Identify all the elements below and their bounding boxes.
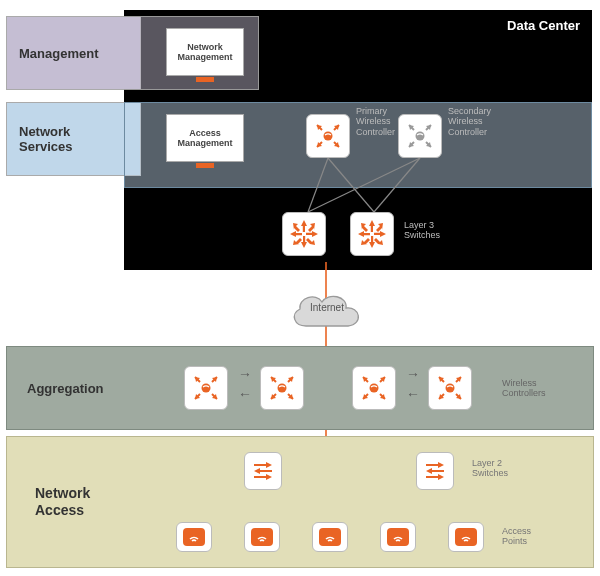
svg-point-46 bbox=[202, 384, 211, 393]
secondary-wireless-controller-icon bbox=[398, 114, 442, 158]
svg-marker-38 bbox=[369, 220, 375, 232]
layer2-switch-2-icon bbox=[416, 452, 454, 490]
svg-marker-39 bbox=[369, 236, 375, 248]
svg-point-55 bbox=[278, 384, 287, 393]
data-center-label: Data Center bbox=[507, 18, 580, 33]
layer3-switch-1-icon bbox=[282, 212, 326, 256]
svg-marker-32 bbox=[290, 231, 302, 237]
svg-marker-34 bbox=[293, 223, 300, 232]
layer2-switch-1-icon bbox=[244, 452, 282, 490]
svg-marker-37 bbox=[306, 238, 315, 245]
svg-marker-35 bbox=[308, 223, 315, 232]
svg-marker-33 bbox=[306, 231, 318, 237]
agg-wlc-2-icon bbox=[260, 366, 304, 410]
internet-label: Internet bbox=[286, 302, 368, 313]
access-point-1-icon bbox=[176, 522, 212, 552]
label-layer2-switches: Layer 2 Switches bbox=[472, 458, 508, 479]
svg-marker-85 bbox=[266, 462, 272, 468]
monitor-network-management: Network Management bbox=[166, 28, 244, 76]
access-point-5-icon bbox=[448, 522, 484, 552]
band-aggregation-label: Aggregation bbox=[27, 381, 104, 396]
primary-wireless-controller-icon bbox=[306, 114, 350, 158]
arrow-left-icon: ← bbox=[406, 386, 420, 402]
band-network-access-label: Network Access bbox=[35, 485, 90, 519]
layer3-switch-2-icon bbox=[350, 212, 394, 256]
svg-marker-44 bbox=[361, 238, 370, 245]
access-point-4-icon bbox=[380, 522, 416, 552]
svg-point-12 bbox=[324, 132, 333, 141]
svg-marker-45 bbox=[374, 238, 383, 245]
arrow-left-icon: ← bbox=[238, 386, 252, 402]
label-wireless-controllers: Wireless Controllers bbox=[502, 378, 546, 399]
svg-marker-36 bbox=[293, 238, 302, 245]
svg-marker-93 bbox=[438, 474, 444, 480]
svg-marker-42 bbox=[361, 223, 368, 232]
svg-marker-41 bbox=[374, 231, 386, 237]
svg-marker-43 bbox=[376, 223, 383, 232]
band-network-access: Network Access bbox=[6, 436, 594, 568]
band-services: Network Services bbox=[6, 102, 141, 176]
svg-point-21 bbox=[416, 132, 425, 141]
arrow-right-icon: → bbox=[238, 366, 252, 382]
svg-point-73 bbox=[446, 384, 455, 393]
access-point-2-icon bbox=[244, 522, 280, 552]
access-point-3-icon bbox=[312, 522, 348, 552]
label-layer3-switches: Layer 3 Switches bbox=[404, 220, 440, 241]
band-management: Management bbox=[6, 16, 141, 90]
arrow-right-icon: → bbox=[406, 366, 420, 382]
internet-cloud-icon: Internet bbox=[286, 286, 368, 336]
monitor-access-management: Access Management bbox=[166, 114, 244, 162]
svg-marker-91 bbox=[438, 462, 444, 468]
svg-marker-87 bbox=[266, 474, 272, 480]
label-access-points: Access Points bbox=[502, 526, 531, 547]
band-management-label: Management bbox=[19, 46, 98, 61]
svg-marker-30 bbox=[301, 220, 307, 232]
label-secondary-wireless-controller: Secondary Wireless Controller bbox=[448, 106, 491, 137]
label-primary-wireless-controller: Primary Wireless Controller bbox=[356, 106, 395, 137]
svg-marker-86 bbox=[254, 468, 260, 474]
svg-marker-92 bbox=[426, 468, 432, 474]
svg-marker-31 bbox=[301, 236, 307, 248]
svg-point-64 bbox=[370, 384, 379, 393]
agg-wlc-4-icon bbox=[428, 366, 472, 410]
diagram-stage: Data Center Management Network Services … bbox=[6, 6, 594, 570]
agg-wlc-3-icon bbox=[352, 366, 396, 410]
svg-marker-40 bbox=[358, 231, 370, 237]
agg-wlc-1-icon bbox=[184, 366, 228, 410]
band-services-label: Network Services bbox=[19, 124, 73, 154]
